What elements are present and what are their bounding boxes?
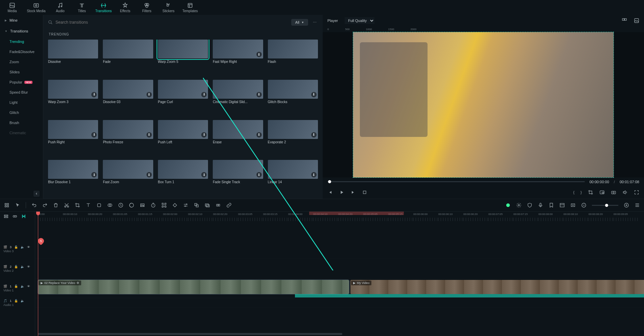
crop-icon[interactable] <box>588 190 593 195</box>
marker-in-button[interactable]: { <box>573 190 575 194</box>
transition-thumb[interactable] <box>268 40 318 58</box>
transition-item[interactable]: Dissolve <box>48 40 98 75</box>
timer-button[interactable] <box>151 202 156 208</box>
transition-item[interactable]: ⬇Erase <box>213 120 263 155</box>
magnet-button[interactable] <box>215 202 221 208</box>
zoom-out-button[interactable] <box>581 202 586 208</box>
transition-thumb[interactable]: ⬇ <box>213 160 263 179</box>
tab-stock-media[interactable]: Stock Media <box>23 0 49 15</box>
pointer-tool[interactable] <box>15 202 20 208</box>
next-frame-button[interactable] <box>350 190 356 195</box>
keyframe-button[interactable] <box>172 202 178 208</box>
transition-item[interactable]: ⬇Glitch Blocks <box>268 80 318 115</box>
transition-thumb[interactable]: ⬇ <box>268 80 318 99</box>
transition-item[interactable]: ⬇Fast Zoom <box>103 160 153 195</box>
cat-speed-blur[interactable]: Speed Blur <box>0 87 43 97</box>
transition-item[interactable]: ⬇Box Turn 1 <box>158 160 208 195</box>
mute-icon[interactable]: 🔈 <box>21 265 24 268</box>
scrub-bar[interactable] <box>327 181 585 182</box>
text-button[interactable] <box>86 202 91 208</box>
sliders-button[interactable] <box>183 202 188 208</box>
tab-effects[interactable]: Effects <box>114 0 136 15</box>
clip-my-video[interactable]: ▶My Video <box>350 280 644 294</box>
lock-icon[interactable]: 🔓 <box>14 245 18 249</box>
settings-icon[interactable] <box>516 202 522 208</box>
redo-button[interactable] <box>42 202 48 208</box>
speed-button[interactable] <box>118 202 123 208</box>
cat-trending[interactable]: Trending <box>0 37 43 47</box>
picture-icon[interactable] <box>634 18 639 23</box>
transition-item[interactable]: ⬇Dissolve 03 <box>103 80 153 115</box>
transition-item[interactable]: ⬇Linear 14 <box>268 160 318 195</box>
color-button[interactable] <box>129 202 134 208</box>
preview-viewport[interactable] <box>323 32 644 177</box>
track-video1[interactable]: ▶02 Replace Your Video⚙ ▶My Video <box>35 279 644 298</box>
nest-button[interactable] <box>205 202 210 208</box>
tab-filters[interactable]: Filters <box>136 0 158 15</box>
download-icon[interactable]: ⬇ <box>201 132 207 138</box>
cat-brush[interactable]: Brush <box>0 118 43 128</box>
more-options-button[interactable]: ⋯ <box>312 19 318 26</box>
list-view-icon[interactable] <box>635 202 640 208</box>
shield-icon[interactable] <box>527 202 532 208</box>
mute-icon[interactable]: 🔈 <box>21 299 24 303</box>
tracker-button[interactable] <box>161 202 167 208</box>
play-button[interactable] <box>339 190 344 195</box>
tab-media[interactable]: Media <box>1 0 23 15</box>
transition-item[interactable]: ⬇Photo Freeze <box>103 120 153 155</box>
track-head-video1[interactable]: 🎬1🔓🔈👁 Video 1 <box>0 279 35 298</box>
transition-item[interactable]: ⬇Fade Single Track <box>213 160 263 195</box>
cut-button[interactable] <box>64 202 69 208</box>
zoom-in-button[interactable] <box>624 202 629 208</box>
layout-icon[interactable] <box>559 202 565 208</box>
cat-slides[interactable]: Slides <box>0 67 43 77</box>
download-icon[interactable]: ⬇ <box>146 92 152 97</box>
pip-icon[interactable] <box>599 190 605 195</box>
download-icon[interactable]: ⬇ <box>311 92 317 97</box>
adjust-button[interactable] <box>140 202 145 208</box>
track-opt3-icon[interactable] <box>21 214 26 219</box>
eye-icon[interactable]: 👁 <box>27 245 30 249</box>
track-opt2-icon[interactable] <box>12 214 18 219</box>
download-icon[interactable]: ⬇ <box>146 172 152 177</box>
transition-thumb[interactable]: ⬇ <box>48 120 98 139</box>
group-button[interactable] <box>194 202 199 208</box>
transition-thumb[interactable]: ⬇ <box>268 120 318 139</box>
marker-out-button[interactable]: } <box>580 190 582 194</box>
eye-icon[interactable]: 👁 <box>27 265 30 268</box>
track-head-video3[interactable]: 🎬3🔓🔈👁 Video 3 <box>0 239 35 259</box>
marker-icon[interactable] <box>549 202 554 208</box>
tab-transitions[interactable]: Transitions <box>93 0 114 15</box>
download-icon[interactable]: ⬇ <box>91 172 97 177</box>
track-video3[interactable] <box>35 239 644 259</box>
prev-frame-button[interactable] <box>327 190 333 195</box>
transition-item[interactable]: Fade <box>103 40 153 75</box>
timeline-scrollbar[interactable] <box>38 333 342 335</box>
mute-icon[interactable]: 🔈 <box>21 245 24 249</box>
clip-gear-icon[interactable]: ⚙ <box>76 281 79 285</box>
transition-item[interactable]: ⬇Push Right <box>48 120 98 155</box>
track-head-video2[interactable]: 🎬2🔓🔈👁 Video 2 <box>0 259 35 279</box>
download-icon[interactable]: ⬇ <box>146 132 152 138</box>
track-opt1-icon[interactable] <box>3 214 9 219</box>
transition-thumb[interactable]: ⬇ <box>103 120 153 139</box>
tab-titles[interactable]: Titles <box>71 0 93 15</box>
cat-fade-dissolve[interactable]: Fade&Dissolve <box>0 47 43 57</box>
track-audio1[interactable] <box>35 298 644 308</box>
transition-item[interactable]: ⬇Page Curl <box>158 80 208 115</box>
download-icon[interactable]: ⬇ <box>256 132 262 138</box>
delete-button[interactable] <box>53 202 59 208</box>
mic-icon[interactable] <box>538 202 543 208</box>
mask-button[interactable] <box>107 202 113 208</box>
transition-thumb[interactable] <box>48 40 98 58</box>
clip-replace-video[interactable]: ▶02 Replace Your Video⚙ <box>38 280 349 294</box>
playhead[interactable] <box>38 212 38 336</box>
cat-popular[interactable]: PopularNEW <box>0 77 43 87</box>
download-icon[interactable]: ⬇ <box>91 92 97 97</box>
crop-button[interactable] <box>75 202 80 208</box>
transition-thumb[interactable]: ⬇ <box>158 160 208 179</box>
sidebar-transitions[interactable]: ▼Transitions <box>0 26 43 37</box>
transition-thumb[interactable]: ⬇ <box>158 80 208 99</box>
mute-icon[interactable]: 🔈 <box>21 285 24 288</box>
transition-thumb[interactable]: ⬇ <box>213 40 263 58</box>
